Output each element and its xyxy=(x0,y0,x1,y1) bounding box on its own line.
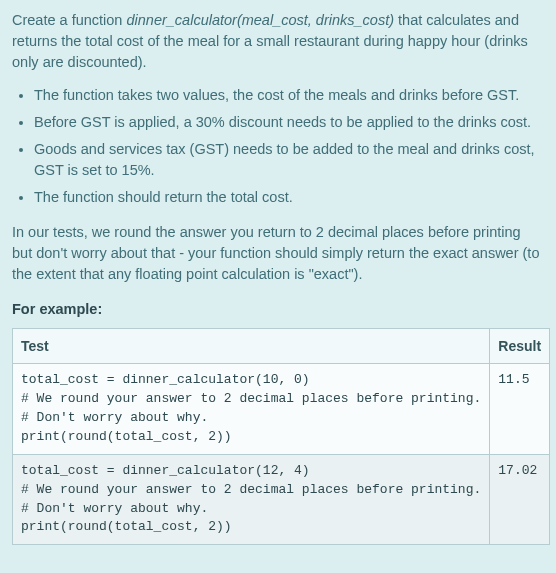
table-row: total_cost = dinner_calculator(12, 4) # … xyxy=(13,454,550,544)
function-signature: dinner_calculator(meal_cost, drinks_cost… xyxy=(126,12,394,28)
list-item: Before GST is applied, a 30% discount ne… xyxy=(34,112,544,133)
rounding-note: In our tests, we round the answer you re… xyxy=(12,222,544,285)
test-result: 11.5 xyxy=(498,371,541,390)
list-item: Goods and services tax (GST) needs to be… xyxy=(34,139,544,181)
col-header-result: Result xyxy=(490,329,550,364)
test-code: total_cost = dinner_calculator(10, 0) # … xyxy=(21,371,481,446)
list-item: The function takes two values, the cost … xyxy=(34,85,544,106)
example-table: Test Result total_cost = dinner_calculat… xyxy=(12,328,550,545)
example-label: For example: xyxy=(12,299,544,320)
requirements-list: The function takes two values, the cost … xyxy=(12,85,544,208)
test-result: 17.02 xyxy=(498,462,541,481)
col-header-test: Test xyxy=(13,329,490,364)
test-code: total_cost = dinner_calculator(12, 4) # … xyxy=(21,462,481,537)
problem-intro: Create a function dinner_calculator(meal… xyxy=(12,10,544,73)
intro-prefix: Create a function xyxy=(12,12,126,28)
table-row: total_cost = dinner_calculator(10, 0) # … xyxy=(13,364,550,454)
list-item: The function should return the total cos… xyxy=(34,187,544,208)
